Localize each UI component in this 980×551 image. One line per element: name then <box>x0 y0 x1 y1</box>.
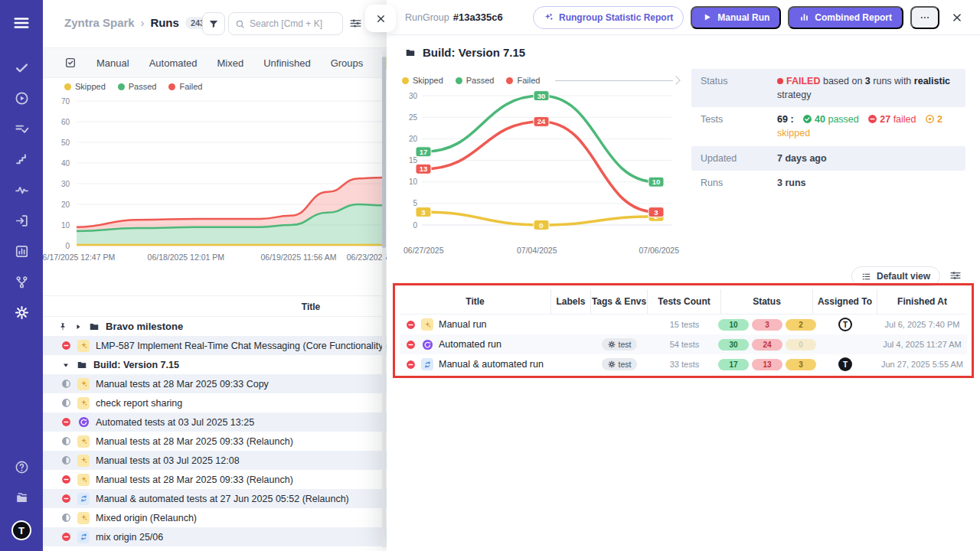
failed-dot-icon <box>777 78 783 84</box>
help-icon[interactable] <box>0 452 43 482</box>
table-row[interactable]: Manual run15 tests1032TJul 6, 2025 7:40 … <box>400 315 967 334</box>
failed-status-icon <box>61 474 71 484</box>
tab-mixed[interactable]: Mixed <box>217 57 244 69</box>
breadcrumb-project[interactable]: Zyntra Spark <box>64 16 135 29</box>
status-pill-skipped: 0 <box>786 339 816 350</box>
column-header-title: Title <box>273 302 349 312</box>
tag-pill[interactable]: test <box>602 358 638 370</box>
status-pill-skipped: 2 <box>786 319 816 331</box>
status-pills: 17133 <box>718 359 816 370</box>
x-tick-label: 06/27/2025 <box>403 246 444 255</box>
run-title-cell: Manual run <box>400 318 551 331</box>
legend-item-failed[interactable]: Failed <box>168 82 202 91</box>
runs-filter-tabbar: ManualAutomatedMixedUnfinishedGroups tes… <box>43 47 387 78</box>
legend-item-skipped[interactable]: Skipped <box>402 76 443 85</box>
build-row[interactable]: Build: Version 7.15 <box>43 355 387 374</box>
runs-icon[interactable] <box>0 83 43 113</box>
scrollbar-thumb[interactable] <box>382 57 386 248</box>
status-cell: 17133 <box>721 359 813 370</box>
status-pill-failed: 24 <box>752 339 782 350</box>
manual-run-button[interactable]: Manual Run <box>691 6 781 29</box>
folder-icon <box>89 321 100 332</box>
assignee-avatar[interactable]: T <box>838 357 852 371</box>
run-list-row[interactable]: Manual tests at 28 Mar 2025 09:33 (Relau… <box>43 470 387 489</box>
legend-item-passed[interactable]: Passed <box>456 76 495 85</box>
run-list-row[interactable]: LMP-587 Implement Real-Time Chat Messagi… <box>43 336 387 355</box>
in-progress-status-icon <box>61 436 71 446</box>
manual-run-label: Manual Run <box>717 12 769 23</box>
requirements-icon[interactable] <box>0 205 43 236</box>
build-section-title-text: Build: Version 7.15 <box>423 46 525 59</box>
run-type-manual-icon <box>421 318 433 331</box>
search-input[interactable] <box>250 18 336 29</box>
svg-text:10: 10 <box>652 178 661 186</box>
run-list-row[interactable]: mix origin 25/06 <box>43 527 387 546</box>
skipped-circle-icon <box>925 114 935 124</box>
projects-icon[interactable] <box>0 482 43 513</box>
legend-item-passed[interactable]: Passed <box>118 82 157 91</box>
run-list-row[interactable]: Mixed origin (Relaunch) <box>43 508 387 527</box>
view-settings-icon[interactable] <box>349 17 364 32</box>
run-title: Mixed origin (Relaunch) <box>96 513 197 523</box>
failed-status-icon <box>61 494 71 504</box>
run-title: Automated tests at 03 Jul 2025 13:25 <box>96 417 254 428</box>
rungroup-statistic-report-label: Rungroup Statistic Report <box>559 12 673 23</box>
run-type-manual-icon <box>77 474 90 486</box>
column-header: Assigned To <box>813 289 877 314</box>
menu-icon[interactable] <box>0 8 43 38</box>
drawer-close-button[interactable] <box>946 7 968 28</box>
run-list-row[interactable]: Manual tests at 03 Jul 2025 12:08 <box>43 451 387 470</box>
table-row[interactable]: Automated runtest54 tests30240Jul 4, 202… <box>400 334 967 354</box>
tab-groups[interactable]: Groups <box>331 57 364 69</box>
svg-text:30: 30 <box>61 180 70 188</box>
build-chart: SkippedPassedFailed 05101520253030213243… <box>402 73 679 256</box>
filter-button[interactable] <box>202 12 225 35</box>
legend-dot-icon <box>118 83 125 90</box>
play-icon <box>702 12 712 22</box>
run-list-row[interactable]: Automated tests at 03 Jul 2025 13:25 <box>43 412 387 432</box>
tags-cell: test <box>591 338 648 350</box>
rungroup-statistic-report-button[interactable]: Rungroup Statistic Report <box>533 6 684 29</box>
run-list-row[interactable]: Manual & automated tests at 27 Jun 2025 … <box>43 489 387 508</box>
reports-icon[interactable] <box>0 236 43 266</box>
assignee-avatar[interactable]: T <box>838 318 852 331</box>
combined-report-button[interactable]: Combined Report <box>788 6 903 29</box>
run-type-mixed-icon <box>77 493 90 505</box>
caret-down-icon <box>61 360 70 370</box>
run-list-row[interactable]: Manual tests at 28 Mar 2025 09:33 (Relau… <box>43 432 387 451</box>
tests-value: 69 : 40 passed 27 failed 2 skipped <box>777 112 956 140</box>
select-all-icon[interactable] <box>64 57 77 69</box>
test-cases-icon[interactable] <box>0 52 43 83</box>
legend-label: Skipped <box>75 82 106 91</box>
run-list-row[interactable]: Manual tests at 28 Mar 2025 09:33 Copy <box>43 374 387 393</box>
tab-unfinished[interactable]: Unfinished <box>263 57 310 69</box>
tag-pill[interactable]: test <box>602 338 638 350</box>
rungroup-details: Status FAILED based on 3 runs with reali… <box>691 69 965 195</box>
detail-row-status: Status FAILED based on 3 runs with reali… <box>691 69 965 107</box>
settings-icon[interactable] <box>0 297 43 328</box>
search-box <box>228 12 343 35</box>
table-row[interactable]: Manual & automated runtest33 tests17133T… <box>400 354 967 374</box>
run-list-row[interactable]: check report sharing <box>43 393 387 412</box>
legend-item-failed[interactable]: Failed <box>506 76 540 85</box>
more-actions-button[interactable] <box>910 6 939 29</box>
legend-label: Failed <box>517 76 540 85</box>
legend-item-skipped[interactable]: Skipped <box>64 82 106 91</box>
steps-icon[interactable] <box>0 144 43 174</box>
user-avatar[interactable]: T <box>11 520 31 540</box>
tab-automated[interactable]: Automated <box>149 57 198 69</box>
milestone-row[interactable]: Bravo milestone <box>43 317 387 336</box>
failed-status-icon <box>61 417 71 427</box>
scrollbar[interactable] <box>382 51 386 548</box>
activity-icon[interactable] <box>0 174 43 205</box>
workflow-icon[interactable] <box>0 266 43 297</box>
rungroup-id: #13a335c6 <box>453 11 503 23</box>
plans-icon[interactable] <box>0 113 43 144</box>
column-header: Labels <box>551 289 591 314</box>
tab-manual[interactable]: Manual <box>96 57 129 69</box>
build-line-chart: 05101520253030213243173010 <box>402 87 679 240</box>
status-cell: 30240 <box>721 339 813 350</box>
table-settings-icon[interactable] <box>949 269 963 283</box>
run-title: Manual tests at 28 Mar 2025 09:33 (Relau… <box>96 474 293 485</box>
build-chart-xlabels: 06/27/202507/04/202507/06/2025 <box>402 246 679 256</box>
